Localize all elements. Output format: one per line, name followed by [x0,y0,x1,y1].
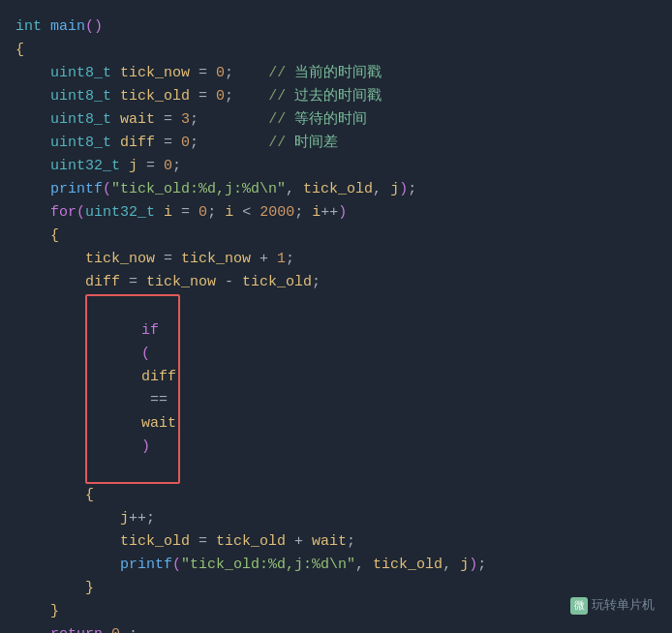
function-main: main [50,15,85,39]
code-line-1: int main () [15,15,657,39]
code-line-7: uint32_t j = 0 ; [15,155,657,178]
code-line-13: if ( diff == wait ) [15,294,657,484]
code-editor: int main () { uint8_t tick_now = 0 ; // … [0,0,672,633]
code-line-15: j ++ ; [15,507,657,530]
watermark: 微 玩转单片机 [570,595,655,616]
watermark-text: 玩转单片机 [592,595,655,616]
code-line-14: { [15,484,657,507]
code-line-18: } [15,577,657,600]
code-line-2: { [15,39,657,62]
code-line-17: printf ( "tick_old:%d,j:%d\n" , tick_old… [15,554,657,577]
code-line-5: uint8_t wait = 3 ; // 等待的时间 [15,108,657,132]
code-line-12: diff = tick_now - tick_old ; [15,271,657,294]
keyword-int: int [15,15,42,39]
code-line-3: uint8_t tick_now = 0 ; // 当前的时间戳 [15,62,657,85]
code-line-16: tick_old = tick_old + wait ; [15,530,657,554]
code-line-9: for ( uint32_t i = 0 ; i < 2000 ; i ++ ) [15,201,657,225]
code-line-6: uint8_t diff = 0 ; // 时间差 [15,132,657,155]
code-line-8: printf ( "tick_old:%d,j:%d\n" , tick_old… [15,178,657,201]
code-line-11: tick_now = tick_now + 1 ; [15,248,657,271]
code-line-10: { [15,225,657,248]
code-line-4: uint8_t tick_old = 0 ; // 过去的时间戳 [15,85,657,108]
wechat-icon: 微 [570,597,588,615]
code-line-20: return 0 ; [15,623,657,633]
code-line-19: } [15,600,657,623]
highlight-if-condition: if ( diff == wait ) [85,294,180,484]
